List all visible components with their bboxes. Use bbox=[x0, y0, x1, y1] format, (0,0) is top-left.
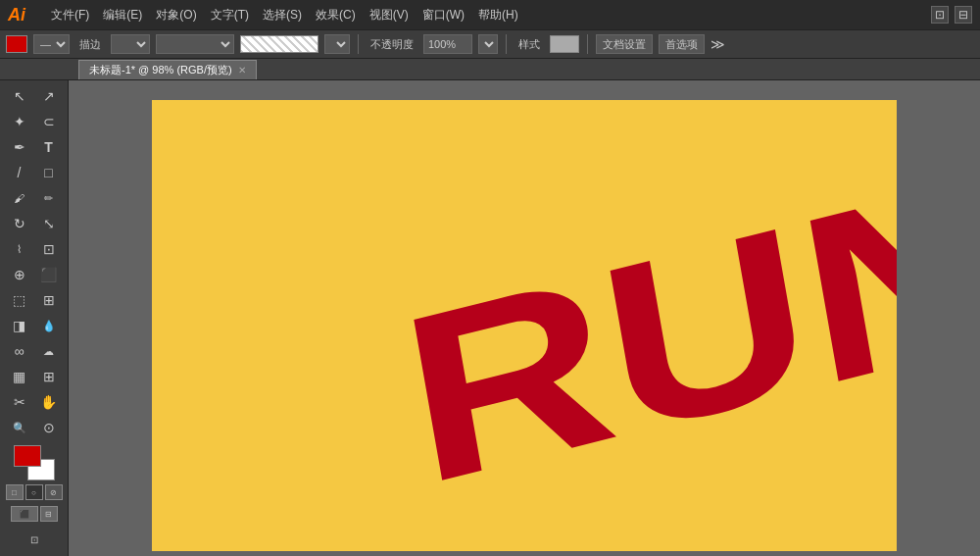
options-toolbar: — 描边 不透明度 样式 文档设置 首选项 ≫ bbox=[0, 29, 980, 59]
view-icons: ⬛ ⊟ bbox=[11, 506, 58, 522]
left-toolbar: ↖ ↗ ✦ ⊂ ✒ T / □ 🖌 ✏ ↻ ⤡ ⌇ ⊡ ⊕ ⬛ bbox=[0, 80, 69, 556]
magic-wand-tool[interactable]: ✦ bbox=[6, 110, 33, 133]
tab-close-button[interactable]: ✕ bbox=[238, 65, 246, 76]
menu-view[interactable]: 视图(V) bbox=[364, 5, 415, 25]
screen-mode-icon[interactable]: ○ bbox=[25, 484, 43, 500]
stroke-width-select[interactable] bbox=[111, 34, 150, 54]
style-label: 样式 bbox=[514, 35, 544, 54]
document-tabs: 未标题-1* @ 98% (RGB/预览) ✕ bbox=[0, 59, 980, 80]
tool-group-line: / □ bbox=[6, 161, 63, 184]
artwork-svg: RUN bbox=[152, 100, 897, 551]
doc-settings-button[interactable]: 文档设置 bbox=[596, 34, 653, 54]
pen-tool[interactable]: ✒ bbox=[6, 135, 33, 159]
menu-file[interactable]: 文件(F) bbox=[45, 5, 95, 25]
pencil-tool[interactable]: ✏ bbox=[35, 186, 63, 210]
tool-group-select: ↖ ↗ bbox=[6, 84, 63, 108]
mode-icons: □ ○ ⊘ bbox=[6, 484, 63, 500]
style-swatch[interactable] bbox=[550, 35, 579, 53]
graph-tool[interactable]: ▦ bbox=[6, 365, 33, 388]
tool-group-zoom: 🔍 ⊙ bbox=[6, 416, 63, 439]
title-bar: Ai 文件(F) 编辑(E) 对象(O) 文字(T) 选择(S) 效果(C) 视… bbox=[0, 0, 980, 29]
type-tool[interactable]: T bbox=[35, 135, 63, 159]
free-transform-tool[interactable]: ⊡ bbox=[35, 237, 63, 261]
rotate-tool[interactable]: ↻ bbox=[6, 212, 33, 235]
doc-tab-active[interactable]: 未标题-1* @ 98% (RGB/预览) ✕ bbox=[78, 60, 257, 79]
view-icon-2[interactable]: ⊟ bbox=[40, 506, 58, 522]
stroke-label: 描边 bbox=[75, 35, 105, 54]
gradient-tool[interactable]: ◨ bbox=[6, 314, 33, 337]
opacity-label: 不透明度 bbox=[367, 35, 417, 54]
menu-object[interactable]: 对象(O) bbox=[150, 5, 202, 25]
artboard: RUN bbox=[152, 100, 897, 551]
menu-edit[interactable]: 编辑(E) bbox=[97, 5, 148, 25]
tool-group-brush: 🖌 ✏ bbox=[6, 186, 63, 210]
divider-1 bbox=[358, 34, 359, 54]
artboard-tool[interactable]: ⊞ bbox=[35, 365, 63, 388]
tool-group-perspective: ⬚ ⊞ bbox=[6, 288, 63, 312]
menu-bar: 文件(F) 编辑(E) 对象(O) 文字(T) 选择(S) 效果(C) 视图(V… bbox=[45, 5, 524, 25]
symbol-tool[interactable]: ☁ bbox=[35, 339, 63, 363]
pattern-select[interactable] bbox=[324, 34, 350, 54]
normal-mode-icon[interactable]: □ bbox=[6, 484, 24, 500]
prefs-button[interactable]: 首选项 bbox=[659, 34, 705, 54]
live-paint-tool[interactable]: ⬛ bbox=[35, 263, 63, 286]
zoom-tool[interactable]: 🔍 bbox=[6, 416, 33, 439]
direct-select-tool[interactable]: ↗ bbox=[35, 84, 63, 108]
divider-3 bbox=[587, 34, 588, 54]
slice-tool[interactable]: ✂ bbox=[6, 390, 33, 414]
pattern-preview bbox=[240, 35, 318, 53]
line-tool[interactable]: / bbox=[6, 161, 33, 184]
blend-tool[interactable]: ∞ bbox=[6, 339, 33, 363]
perspective-tool[interactable]: ⬚ bbox=[6, 288, 33, 312]
tool-group-rotate: ↻ ⤡ bbox=[6, 212, 63, 235]
doc-tab-title: 未标题-1* @ 98% (RGB/预览) bbox=[89, 63, 232, 77]
menu-effect[interactable]: 效果(C) bbox=[310, 5, 362, 25]
menu-window[interactable]: 窗口(W) bbox=[416, 5, 470, 25]
main-area: ↖ ↗ ✦ ⊂ ✒ T / □ 🖌 ✏ ↻ ⤡ ⌇ ⊡ ⊕ ⬛ bbox=[0, 80, 980, 556]
isolation-mode-icon[interactable]: ⊘ bbox=[45, 484, 63, 500]
opacity-unit-select[interactable] bbox=[478, 34, 498, 54]
tool-group-warp: ⌇ ⊡ bbox=[6, 237, 63, 261]
stroke-style-select[interactable] bbox=[156, 34, 234, 54]
shape-builder-tool[interactable]: ⊕ bbox=[6, 263, 33, 286]
tool-group-pen: ✒ T bbox=[6, 135, 63, 159]
window-icon-2[interactable]: ⊟ bbox=[955, 6, 972, 24]
tool-group-shape: ⊕ ⬛ bbox=[6, 263, 63, 286]
select-tool[interactable]: ↖ bbox=[6, 84, 33, 108]
eyedropper-tool[interactable]: 💧 bbox=[35, 314, 63, 337]
canvas-area: RUN bbox=[69, 80, 980, 556]
more-options-icon[interactable]: ≫ bbox=[710, 36, 725, 52]
rect-tool[interactable]: □ bbox=[35, 161, 63, 184]
stroke-select[interactable]: — bbox=[33, 34, 70, 54]
hand-tool[interactable]: ✋ bbox=[35, 390, 63, 414]
artboard-expand[interactable]: ⊡ bbox=[21, 528, 48, 551]
artboard-nav: ⊡ bbox=[21, 528, 48, 551]
divider-2 bbox=[506, 34, 507, 54]
scale-tool[interactable]: ⤡ bbox=[35, 212, 63, 235]
tool-group-slice: ✂ ✋ bbox=[6, 390, 63, 414]
paintbrush-tool[interactable]: 🖌 bbox=[6, 186, 33, 210]
window-icon-1[interactable]: ⊡ bbox=[931, 6, 949, 24]
menu-help[interactable]: 帮助(H) bbox=[472, 5, 524, 25]
tool-group-gradient: ◨ 💧 bbox=[6, 314, 63, 337]
menu-type[interactable]: 文字(T) bbox=[205, 5, 255, 25]
menu-select[interactable]: 选择(S) bbox=[257, 5, 308, 25]
tool-group-blend: ∞ ☁ bbox=[6, 339, 63, 363]
tool-group-wand: ✦ ⊂ bbox=[6, 110, 63, 133]
view-icon-1[interactable]: ⬛ bbox=[11, 506, 38, 522]
lasso-tool[interactable]: ⊂ bbox=[35, 110, 63, 133]
mesh-tool[interactable]: ⊞ bbox=[35, 288, 63, 312]
opacity-input[interactable] bbox=[423, 34, 472, 54]
foreground-color-swatch[interactable] bbox=[14, 445, 41, 467]
tool-group-graph: ▦ ⊞ bbox=[6, 365, 63, 388]
extra-tool[interactable]: ⊙ bbox=[35, 416, 63, 439]
app-logo: Ai bbox=[8, 5, 25, 25]
color-swatches bbox=[14, 445, 55, 480]
warp-tool[interactable]: ⌇ bbox=[6, 237, 33, 261]
fill-color-swatch[interactable] bbox=[6, 35, 27, 53]
